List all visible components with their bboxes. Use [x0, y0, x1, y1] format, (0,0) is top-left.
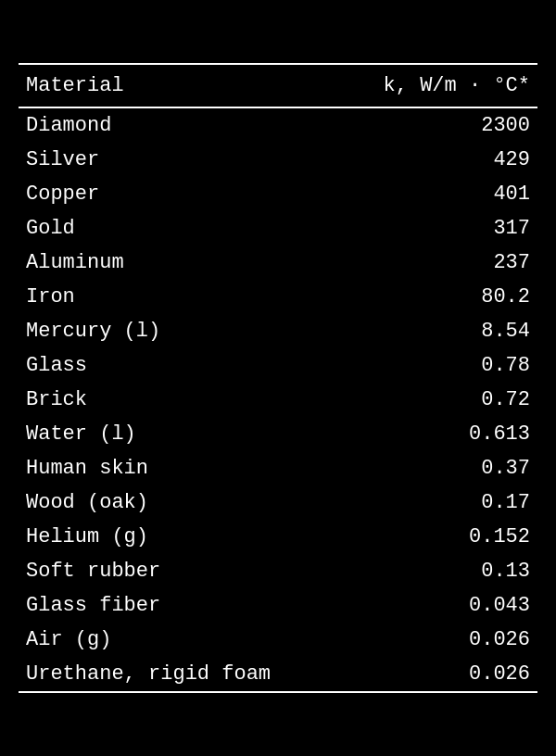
- table-row: Aluminum237: [19, 246, 537, 280]
- material-cell: Diamond: [19, 107, 338, 143]
- material-cell: Glass fiber: [19, 588, 338, 623]
- material-cell: Iron: [19, 280, 338, 314]
- value-cell: 429: [338, 143, 537, 177]
- value-cell: 80.2: [338, 280, 537, 314]
- value-header: k, W/m · °C*: [338, 65, 537, 107]
- material-cell: Copper: [19, 177, 338, 211]
- material-cell: Wood (oak): [19, 485, 338, 520]
- table-row: Iron80.2: [19, 280, 537, 314]
- value-cell: 0.152: [338, 520, 537, 554]
- material-cell: Glass: [19, 348, 338, 383]
- thermal-conductivity-table: Material k, W/m · °C* Diamond2300Silver4…: [19, 63, 537, 693]
- value-cell: 0.17: [338, 485, 537, 520]
- material-cell: Brick: [19, 383, 338, 417]
- table-row: Air (g)0.026: [19, 623, 537, 657]
- table-row: Soft rubber0.13: [19, 554, 537, 588]
- table-row: Silver429: [19, 143, 537, 177]
- table-header-row: Material k, W/m · °C*: [19, 65, 537, 107]
- material-cell: Soft rubber: [19, 554, 338, 588]
- value-cell: 0.78: [338, 348, 537, 383]
- material-cell: Silver: [19, 143, 338, 177]
- value-cell: 0.043: [338, 588, 537, 623]
- table-row: Wood (oak)0.17: [19, 485, 537, 520]
- table-row: Human skin0.37: [19, 451, 537, 485]
- material-cell: Air (g): [19, 623, 338, 657]
- table-row: Glass0.78: [19, 348, 537, 383]
- value-cell: 2300: [338, 107, 537, 143]
- material-cell: Human skin: [19, 451, 338, 485]
- value-cell: 0.026: [338, 657, 537, 691]
- material-cell: Water (l): [19, 417, 338, 451]
- value-cell: 0.613: [338, 417, 537, 451]
- material-cell: Urethane, rigid foam: [19, 657, 338, 691]
- material-cell: Aluminum: [19, 246, 338, 280]
- value-cell: 0.37: [338, 451, 537, 485]
- table-row: Diamond2300: [19, 107, 537, 143]
- table-row: Mercury (l)8.54: [19, 314, 537, 348]
- value-cell: 0.026: [338, 623, 537, 657]
- table-row: Glass fiber0.043: [19, 588, 537, 623]
- table-row: Copper401: [19, 177, 537, 211]
- material-cell: Mercury (l): [19, 314, 338, 348]
- value-cell: 401: [338, 177, 537, 211]
- material-cell: Gold: [19, 211, 338, 246]
- value-cell: 317: [338, 211, 537, 246]
- table-row: Gold317: [19, 211, 537, 246]
- material-cell: Helium (g): [19, 520, 338, 554]
- table-row: Brick0.72: [19, 383, 537, 417]
- table-row: Urethane, rigid foam0.026: [19, 657, 537, 691]
- value-cell: 0.72: [338, 383, 537, 417]
- value-cell: 8.54: [338, 314, 537, 348]
- table-row: Water (l)0.613: [19, 417, 537, 451]
- value-cell: 237: [338, 246, 537, 280]
- value-cell: 0.13: [338, 554, 537, 588]
- table-row: Helium (g)0.152: [19, 520, 537, 554]
- material-header: Material: [19, 65, 338, 107]
